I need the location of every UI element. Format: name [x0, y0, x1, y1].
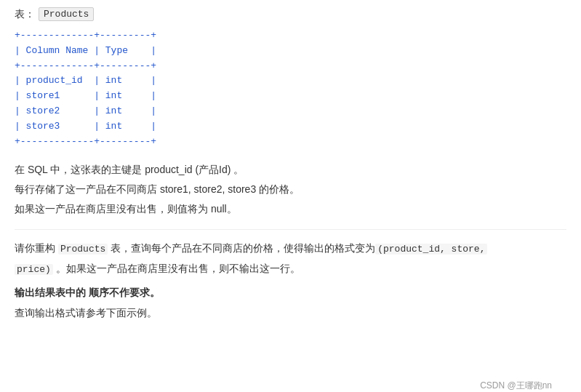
desc-line2: 每行存储了这一产品在不同商店 store1, store2, store3 的价… [15, 180, 566, 199]
bold-text: 顺序不作要求 [89, 287, 150, 298]
divider [15, 229, 566, 230]
table-label: 表： Products [15, 7, 566, 21]
schema-table: +-------------+---------+ | Column Name … [15, 28, 566, 149]
desc-line3: 如果这一产品在商店里没有出售，则值将为 null。 [15, 199, 566, 219]
question-format-code: (product_id, store, [375, 244, 487, 255]
question-format-code-2: price) [15, 264, 53, 275]
question-table-code: Products [58, 244, 108, 255]
footer-credit: CSDN @王哪跑nn [480, 380, 552, 392]
order-note: 输出结果表中的 顺序不作要求。 [15, 287, 566, 300]
label-text: 表： [15, 8, 35, 21]
question: 请你重构 Products 表，查询每个产品在不同商店的价格，使得输出的格式变为… [15, 239, 566, 279]
table-name-badge: Products [39, 7, 94, 21]
page-wrapper: 表： Products +-------------+---------+ | … [15, 7, 566, 392]
example-note: 查询输出格式请参考下面示例。 [15, 307, 566, 320]
schema-line-0: +-------------+---------+ | Column Name … [15, 30, 156, 147]
description: 在 SQL 中，这张表的主键是 product_id (产品Id) 。 每行存储… [15, 160, 566, 218]
desc-line1: 在 SQL 中，这张表的主键是 product_id (产品Id) 。 [15, 160, 566, 180]
